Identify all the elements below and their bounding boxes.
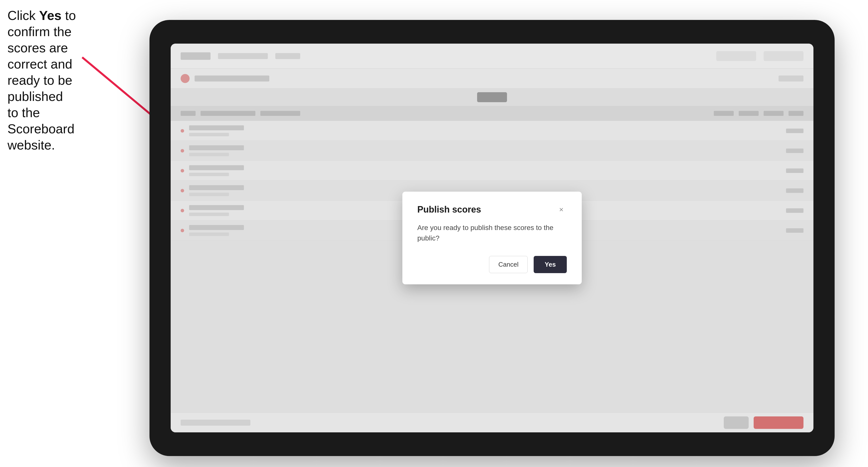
- modal-title: Publish scores: [417, 204, 481, 215]
- instruction-suffix: to confirm the scores are correct and re…: [7, 8, 76, 152]
- tablet-device: Publish scores × Are you ready to publis…: [150, 20, 835, 456]
- instruction-text: Click Yes to confirm the scores are corr…: [7, 7, 77, 153]
- modal-body-text: Are you ready to publish these scores to…: [417, 222, 567, 244]
- yes-button[interactable]: Yes: [534, 256, 567, 273]
- modal-footer: Cancel Yes: [417, 256, 567, 273]
- publish-scores-dialog: Publish scores × Are you ready to publis…: [402, 192, 582, 284]
- instruction-bold: Yes: [39, 8, 62, 23]
- instruction-prefix: Click: [7, 8, 39, 23]
- tablet-screen: Publish scores × Are you ready to publis…: [170, 43, 813, 432]
- modal-close-button[interactable]: ×: [556, 204, 567, 215]
- cancel-button[interactable]: Cancel: [489, 256, 528, 273]
- modal-overlay: Publish scores × Are you ready to publis…: [170, 43, 813, 432]
- modal-header: Publish scores ×: [417, 204, 567, 215]
